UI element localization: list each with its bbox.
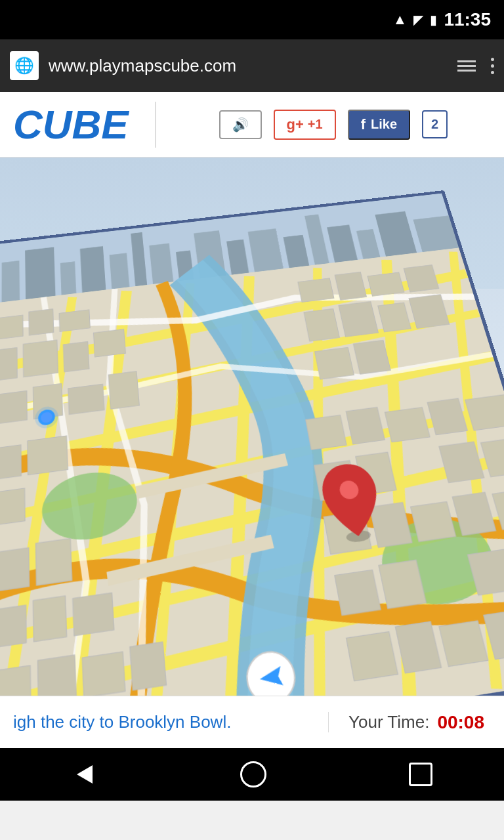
svg-rect-59 [0,488,25,526]
gplus-button[interactable]: g+ +1 [274,110,336,140]
timer-value: 00:08 [437,712,484,733]
svg-rect-64 [73,593,114,635]
timer-section: Your Time: 00:08 [329,712,504,733]
svg-rect-51 [304,308,339,341]
svg-rect-71 [385,408,430,442]
svg-rect-46 [108,371,139,410]
svg-rect-68 [130,642,167,690]
map-container[interactable] [0,158,504,696]
status-icons: ▲ ◤ ▮ 11:35 [393,9,491,30]
svg-rect-2 [2,261,20,302]
svg-rect-47 [298,278,334,302]
share-count: 2 [422,110,448,138]
svg-rect-42 [93,329,125,357]
map-inner [0,190,504,696]
svg-rect-6 [110,253,130,289]
signal-icon: ◤ [413,12,423,28]
sound-icon: 🔊 [232,117,249,133]
svg-rect-55 [315,347,354,379]
gplus-icon: g+ [287,116,304,133]
svg-rect-61 [35,538,72,585]
svg-rect-67 [82,652,125,696]
svg-rect-39 [0,348,17,382]
header-actions: 🔊 g+ +1 f Like 2 [176,110,491,140]
svg-rect-45 [68,384,104,414]
recents-button[interactable] [409,763,432,786]
header-divider [155,102,156,148]
svg-rect-3 [25,247,55,299]
svg-rect-40 [23,340,58,377]
svg-rect-4 [60,261,76,295]
svg-rect-87 [346,631,398,681]
facebook-like-button[interactable]: f Like [348,110,410,140]
svg-rect-66 [37,655,76,696]
navigation-instruction: igh the city to Brooklyn Bowl. [0,712,329,732]
browser-bar: 🌐 www.playmapscube.com [0,39,504,92]
svg-rect-63 [33,596,66,642]
bottom-info-bar: igh the city to Brooklyn Bowl. Your Time… [0,696,504,748]
android-nav-bar [0,748,504,801]
status-bar: ▲ ◤ ▮ 11:35 [0,0,504,39]
facebook-icon: f [361,116,366,133]
status-time: 11:35 [444,9,491,30]
svg-rect-41 [63,341,89,371]
svg-rect-48 [335,272,366,300]
browser-more-button[interactable] [491,58,494,74]
map-3d[interactable] [0,190,504,696]
svg-rect-5 [80,246,106,293]
browser-menu-button[interactable] [457,60,476,72]
svg-rect-49 [368,272,404,296]
svg-rect-62 [0,605,26,648]
svg-rect-43 [0,391,27,425]
site-logo: CUBE [13,101,129,148]
gplus-label: +1 [308,117,323,132]
site-header: CUBE 🔊 g+ +1 f Like 2 [0,92,504,158]
svg-rect-38 [59,310,90,331]
timer-label: Your Time: [348,712,429,732]
svg-rect-83 [335,570,381,615]
svg-rect-58 [28,436,68,475]
browser-url[interactable]: www.playmapscube.com [49,56,448,76]
svg-rect-36 [0,315,23,340]
battery-icon: ▮ [430,12,437,28]
back-button[interactable] [72,761,98,788]
svg-rect-60 [0,548,30,593]
svg-rect-69 [306,415,346,450]
facebook-like-label: Like [371,117,397,132]
browser-favicon: 🌐 [10,51,39,80]
sound-button[interactable]: 🔊 [219,110,262,139]
wifi-icon: ▲ [393,11,408,28]
svg-rect-57 [0,445,21,480]
home-button[interactable] [240,761,266,788]
svg-rect-37 [29,309,54,335]
map-svg [0,194,504,696]
svg-rect-65 [0,665,31,696]
